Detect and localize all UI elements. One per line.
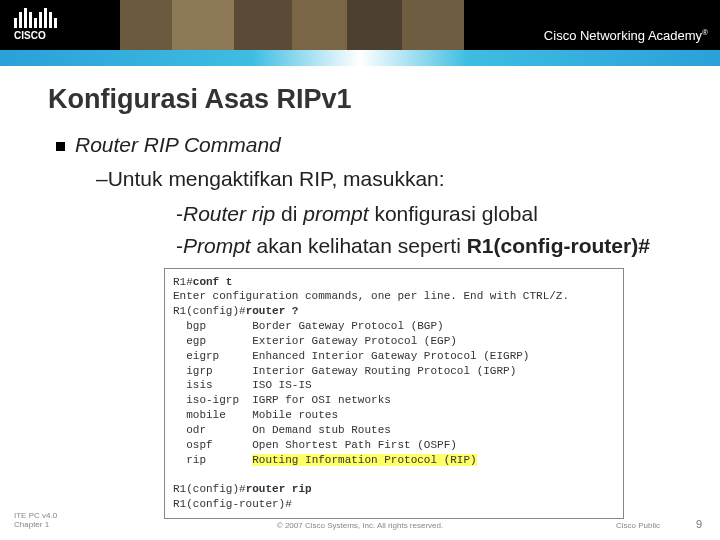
footer-left: ITE PC v4.0 Chapter 1 (14, 511, 57, 530)
footer-center: © 2007 Cisco Systems, Inc. All rights re… (277, 521, 443, 530)
sub-2a: -Router rip di prompt konfigurasi global (176, 201, 680, 227)
cisco-logo: CISCO (14, 6, 57, 41)
header-bar: CISCO Cisco Networking Academy® (0, 0, 720, 66)
page-number: 9 (696, 518, 702, 530)
sub-2b: -Prompt akan kelihatan seperti R1(config… (176, 233, 680, 259)
cisco-bars-icon (14, 6, 57, 28)
terminal-text: R1#conf t Enter configuration commands, … (165, 269, 623, 519)
bullet-1-text: Router RIP Command (75, 133, 281, 157)
gradient-bar (0, 50, 720, 66)
logo-text: CISCO (14, 30, 57, 41)
square-bullet-icon (56, 142, 65, 151)
terminal-output: R1#conf t Enter configuration commands, … (164, 268, 624, 520)
sub-1: –Untuk mengaktifkan RIP, masukkan: (96, 167, 680, 191)
slide-title: Konfigurasi Asas RIPv1 (48, 84, 720, 115)
header-photo-strip (120, 0, 464, 50)
bullet-1: Router RIP Command (56, 133, 680, 157)
academy-text: Cisco Networking Academy® (544, 28, 708, 43)
footer-right: Cisco Public (616, 521, 660, 530)
content-area: Router RIP Command –Untuk mengaktifkan R… (56, 133, 680, 519)
